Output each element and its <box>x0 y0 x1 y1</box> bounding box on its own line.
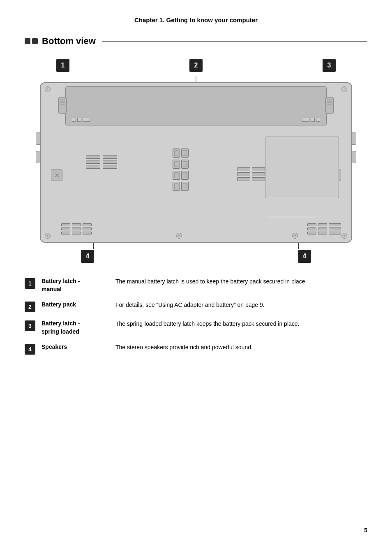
component-badge-3: 3 <box>25 320 35 331</box>
right-port-2 <box>351 151 356 163</box>
page-number: 5 <box>364 527 367 534</box>
component-name-2: Battery pack <box>42 301 109 309</box>
component-badge-2: 2 <box>25 302 35 312</box>
callout-4-bottom-right: 4 <box>298 250 311 263</box>
screw-tl <box>45 86 51 92</box>
diagram-area: 1 2 3 <box>25 59 367 263</box>
section-header: Bottom view <box>25 36 367 46</box>
right-port-1 <box>351 132 356 145</box>
page-container: Chapter 1. Getting to know your computer… <box>0 0 392 550</box>
component-badge-1: 1 <box>25 278 35 289</box>
section-dot-2 <box>32 38 38 44</box>
callout-1-top: 1 <box>56 59 69 72</box>
component-name-3: Battery latch -spring loaded <box>42 320 109 336</box>
screw-bm1 <box>176 233 182 239</box>
section-dot-1 <box>25 38 30 44</box>
screw-bl <box>45 233 51 239</box>
screw-bm2 <box>292 233 298 239</box>
component-desc-2: For details, see “Using AC adapter and b… <box>115 301 367 309</box>
bottom-line-decoration <box>267 217 316 218</box>
screw-tr <box>341 86 347 92</box>
x-mark-left: ✕ <box>51 169 62 181</box>
components-list: 1 Battery latch -manual The manual batte… <box>25 277 367 355</box>
component-row-1: 1 Battery latch -manual The manual batte… <box>25 277 367 293</box>
right-content-box <box>265 137 339 198</box>
module-slots-left <box>86 155 117 169</box>
callout-4-bottom-left: 4 <box>81 250 94 263</box>
left-port-1 <box>36 132 41 145</box>
vent-center <box>156 137 205 202</box>
component-badge-4: 4 <box>25 344 35 355</box>
section-icons <box>25 38 38 44</box>
left-port-2 <box>36 151 41 163</box>
callout-3-top: 3 <box>323 59 336 72</box>
component-name-1: Battery latch -manual <box>42 277 109 293</box>
component-desc-1: The manual battery latch is used to keep… <box>115 277 367 286</box>
battery-area <box>65 86 327 125</box>
battery-connector-right <box>302 118 320 122</box>
screw-br <box>341 233 347 239</box>
component-row-3: 3 Battery latch -spring loaded The sprin… <box>25 320 367 336</box>
section-title: Bottom view <box>42 36 96 46</box>
component-desc-4: The stereo speakers provide rich and pow… <box>115 343 367 352</box>
speaker-left <box>61 223 92 234</box>
speaker-right <box>307 223 341 234</box>
laptop-bottom-diagram: ✕ ✕ <box>40 82 352 243</box>
callout-2-top: 2 <box>189 59 203 72</box>
chapter-title: Chapter 1. Getting to know your computer <box>25 16 367 23</box>
section-divider <box>102 41 367 42</box>
component-name-4: Speakers <box>42 343 109 351</box>
component-desc-3: The spring-loaded battery latch keeps th… <box>115 320 367 328</box>
vent-mid-right <box>237 167 265 181</box>
latch-left <box>58 97 67 114</box>
diagram-wrapper: 1 2 3 <box>40 59 352 263</box>
latch-right <box>325 97 334 114</box>
component-row-4: 4 Speakers The stereo speakers provide r… <box>25 343 367 355</box>
component-row-2: 2 Battery pack For details, see “Using A… <box>25 301 367 312</box>
battery-connector-left <box>72 118 90 122</box>
